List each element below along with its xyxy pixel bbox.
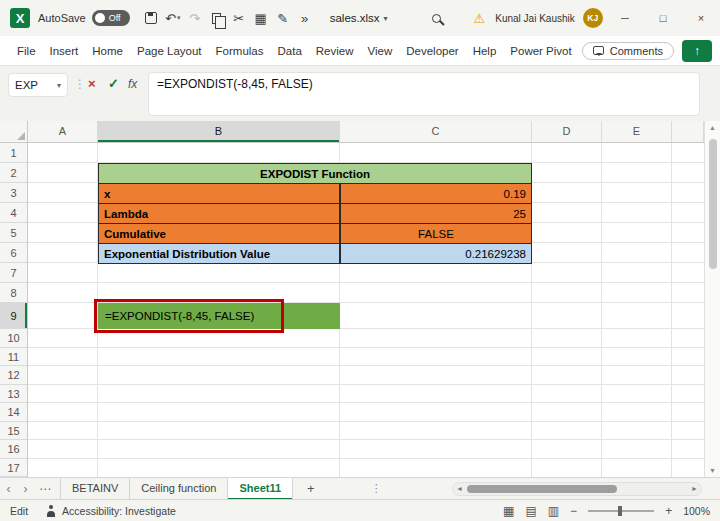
row-header-7[interactable]: 7 <box>0 263 27 283</box>
scroll-down-icon[interactable]: ▼ <box>705 467 720 474</box>
ribbon-tab-page-layout[interactable]: Page Layout <box>130 36 209 66</box>
row-header-15[interactable]: 15 <box>0 422 27 441</box>
column-header-B[interactable]: B <box>98 121 340 142</box>
document-title[interactable]: sales.xlsx ▾ <box>330 12 388 24</box>
row-header-14[interactable]: 14 <box>0 403 27 422</box>
formula-input[interactable]: =EXPONDIST(-8,45, FALSE) <box>148 72 700 116</box>
ribbon-tab-review[interactable]: Review <box>309 36 361 66</box>
cell-b3-label[interactable]: x <box>98 183 340 204</box>
cell-b6-label[interactable]: Exponential Distribution Value <box>98 243 340 264</box>
autosave-toggle[interactable]: Off <box>92 10 130 26</box>
ribbon-tab-home[interactable]: Home <box>85 36 130 66</box>
cut-icon[interactable]: ✂ <box>228 7 250 29</box>
minimize-button[interactable]: ─ <box>606 0 644 36</box>
column-header-A[interactable]: A <box>28 121 98 142</box>
zoom-slider-thumb[interactable] <box>618 506 622 516</box>
gridline <box>28 365 704 366</box>
save-icon[interactable] <box>140 7 162 29</box>
row-header-11[interactable]: 11 <box>0 348 27 367</box>
row-header-2[interactable]: 2 <box>0 163 27 183</box>
row-header-16[interactable]: 16 <box>0 440 27 459</box>
more-commands-icon[interactable]: » <box>294 7 316 29</box>
enter-button[interactable]: ✓ <box>108 76 119 91</box>
ribbon-tab-view[interactable]: View <box>361 36 400 66</box>
row-header-3[interactable]: 3 <box>0 183 27 203</box>
zoom-slider[interactable] <box>588 510 654 512</box>
ribbon-tab-file[interactable]: File <box>10 36 43 66</box>
cell-c6-value[interactable]: 0.21629238 <box>340 243 532 264</box>
close-button[interactable]: × <box>682 0 720 36</box>
redo-icon[interactable]: ↷ <box>184 7 206 29</box>
scroll-right-icon[interactable]: ► <box>691 485 698 492</box>
ribbon-tab-data[interactable]: Data <box>271 36 309 66</box>
ribbon-tab-insert[interactable]: Insert <box>43 36 86 66</box>
row-header-10[interactable]: 10 <box>0 329 27 348</box>
avatar[interactable]: KJ <box>583 8 603 28</box>
scroll-up-icon[interactable]: ▲ <box>705 124 720 131</box>
ribbon-tab-help[interactable]: Help <box>466 36 504 66</box>
user-name[interactable]: Kunal Jai Kaushik <box>495 13 575 24</box>
sheet-nav-right-icon[interactable]: › <box>17 482 34 496</box>
ribbon-tab-formulas[interactable]: Formulas <box>209 36 271 66</box>
ribbon-tab-power-pivot[interactable]: Power Pivot <box>503 36 578 66</box>
save-disk-icon <box>145 12 157 24</box>
horizontal-scroll-thumb[interactable] <box>467 485 617 493</box>
warning-icon[interactable]: ⚠ <box>474 11 486 26</box>
maximize-button[interactable]: □ <box>644 0 682 36</box>
sheet-bar-divider-icon: ⋮ <box>371 482 382 495</box>
copy-icon[interactable] <box>206 7 228 29</box>
zoom-level[interactable]: 100% <box>683 505 710 517</box>
format-painter-icon[interactable]: ✎ <box>272 7 294 29</box>
excel-logo-icon[interactable]: X <box>10 8 30 28</box>
undo-icon[interactable]: ↶▾ <box>162 7 184 29</box>
sheet-tab-sheet11[interactable]: Sheet11 <box>228 478 293 500</box>
insert-function-button[interactable]: fx <box>128 77 137 91</box>
row-header-9[interactable]: 9 <box>0 303 27 329</box>
filename: sales.xlsx <box>330 12 380 24</box>
zoom-out-icon[interactable]: − <box>570 504 577 518</box>
sheet-nav-left-icon[interactable]: ‹ <box>0 482 17 496</box>
scroll-left-icon[interactable]: ◄ <box>456 485 463 492</box>
row-header-5[interactable]: 5 <box>0 223 27 243</box>
share-button[interactable]: ↑ <box>682 40 712 62</box>
add-sheet-button[interactable]: + <box>307 481 315 496</box>
horizontal-scrollbar[interactable]: ◄ ► <box>452 482 702 496</box>
grid-body[interactable]: EXPODIST Function x 0.19 Lambda 25 Cumul… <box>28 143 704 477</box>
name-box[interactable]: EXP ▾ <box>8 73 68 97</box>
row-header-8[interactable]: 8 <box>0 283 27 303</box>
zoom-in-icon[interactable]: + <box>665 504 672 518</box>
row-header-13[interactable]: 13 <box>0 385 27 404</box>
cell-b5-label[interactable]: Cumulative <box>98 223 340 244</box>
page-layout-view-icon[interactable]: ▤ <box>525 504 536 518</box>
cell-c3-value[interactable]: 0.19 <box>340 183 532 204</box>
sheet-tab-betainv[interactable]: BETAINV <box>60 478 130 500</box>
sheet-list-icon[interactable]: ⋯ <box>34 482 56 496</box>
cell-b9-formula[interactable]: =EXPONDIST(-8,45, FALSE) <box>98 303 340 329</box>
row-header-1[interactable]: 1 <box>0 143 27 163</box>
column-header-C[interactable]: C <box>340 121 532 142</box>
search-icon[interactable] <box>426 7 448 29</box>
normal-view-icon[interactable]: ▦ <box>503 504 514 518</box>
accessibility-status[interactable]: Accessibility: Investigate <box>62 505 176 517</box>
comments-button[interactable]: Comments <box>582 42 674 60</box>
ribbon-tab-developer[interactable]: Developer <box>399 36 465 66</box>
cancel-button[interactable]: × <box>88 76 96 91</box>
column-header-partial[interactable] <box>672 121 704 142</box>
row-header-6[interactable]: 6 <box>0 243 27 263</box>
cell-b2-table-title[interactable]: EXPODIST Function <box>98 163 532 184</box>
row-header-4[interactable]: 4 <box>0 203 27 223</box>
table-icon[interactable]: ▦ <box>250 7 272 29</box>
vertical-scroll-thumb[interactable] <box>709 139 717 269</box>
cell-b4-label[interactable]: Lambda <box>98 203 340 224</box>
row-header-17[interactable]: 17 <box>0 459 27 478</box>
row-header-12[interactable]: 12 <box>0 366 27 385</box>
column-header-E[interactable]: E <box>602 121 672 142</box>
undo-chevron-icon: ▾ <box>177 14 181 22</box>
cell-c5-value[interactable]: FALSE <box>340 223 532 244</box>
select-all-corner[interactable] <box>0 121 28 142</box>
vertical-scrollbar[interactable]: ▲ ▼ <box>704 121 720 477</box>
sheet-tab-ceiling-function[interactable]: Ceiling function <box>130 478 228 500</box>
cell-c4-value[interactable]: 25 <box>340 203 532 224</box>
page-break-view-icon[interactable]: ▥ <box>548 504 559 518</box>
column-header-D[interactable]: D <box>532 121 602 142</box>
